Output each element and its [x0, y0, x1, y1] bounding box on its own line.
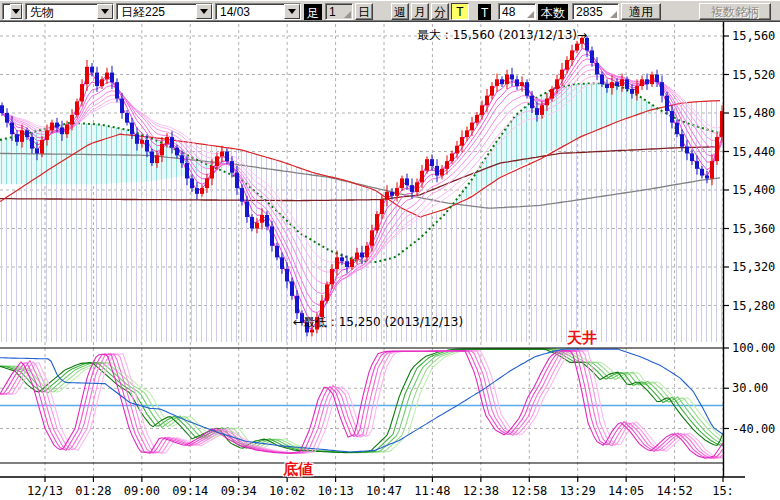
spinner-handle-icon[interactable]	[527, 11, 534, 18]
price-axis-label: 15,560	[732, 29, 775, 43]
time-axis-label: 12/13	[27, 484, 63, 498]
period-tick-button[interactable]: T	[451, 3, 469, 20]
oscillator-axis-label: 30.00	[732, 381, 768, 395]
price-axis-label: 15,520	[732, 68, 775, 82]
max-price-annotation: 最大 : 15,560 (2013/12/13)→	[417, 27, 587, 44]
time-axis-label: 14:05	[608, 484, 644, 498]
time-axis-label: 01:28	[75, 484, 111, 498]
time-axis-label: 09:00	[124, 484, 160, 498]
apply-button[interactable]: 適用	[621, 3, 661, 20]
period-month-button[interactable]: 月	[411, 3, 429, 20]
period-minute-button[interactable]: 分	[431, 3, 449, 20]
symbol-combobox[interactable]: 日経225	[116, 3, 213, 20]
bars-count-value: 2835	[576, 5, 603, 19]
bar-interval-value: 1	[329, 5, 336, 19]
time-axis-label: 11:48	[414, 484, 450, 498]
bar-label: 足	[304, 4, 322, 20]
price-axis-label: 15,360	[732, 222, 775, 236]
spinner-handle-icon[interactable]	[610, 11, 617, 18]
bar-interval-spinner[interactable]: 1	[325, 3, 353, 20]
price-axis-label: 15,480	[732, 106, 775, 120]
time-axis-label: 09:34	[221, 484, 257, 498]
ceiling-label: 天井	[567, 329, 597, 348]
min-price-annotation: ←最低 : 15,250 (2013/12/13)	[293, 314, 463, 331]
tick-count-value: 48	[502, 5, 515, 19]
spinner-handle-icon[interactable]	[344, 11, 351, 18]
tick-count-spinner[interactable]: 48	[498, 3, 536, 20]
time-axis-label: 10:02	[269, 484, 305, 498]
bottom-label: 底値	[283, 460, 313, 479]
instrument-type-combobox[interactable]: 先物	[25, 3, 114, 20]
nav-combo-value	[3, 4, 10, 19]
nav-combobox[interactable]	[2, 3, 23, 20]
time-axis-label: 12:38	[463, 484, 499, 498]
multi-symbol-button[interactable]: 複数銘柄	[699, 3, 771, 20]
price-axis-label: 15,280	[732, 299, 775, 313]
chevron-down-icon[interactable]	[196, 4, 212, 19]
time-axis-label: 09:14	[172, 484, 208, 498]
instrument-type-value: 先物	[26, 4, 97, 19]
chart-canvas: 15,56015,52015,48015,44015,40015,36015,3…	[0, 0, 780, 500]
bars-count-label: 本数	[538, 4, 568, 20]
chevron-down-icon[interactable]	[97, 4, 113, 19]
time-axis-label: 10:47	[366, 484, 402, 498]
time-axis-label: 12:58	[511, 484, 547, 498]
symbol-value: 日経225	[117, 4, 196, 19]
time-axis-label: 10:13	[318, 484, 354, 498]
fill-layer	[0, 83, 723, 342]
tick-label: T	[478, 4, 491, 20]
time-axis-label: 15:	[712, 484, 734, 498]
chevron-down-icon[interactable]	[10, 4, 22, 19]
oscillator-axis-label: -40.00	[732, 422, 775, 436]
contract-month-value: 14/03	[216, 4, 284, 19]
oscillator-axis-label: 100.00	[732, 341, 775, 355]
chevron-down-icon[interactable]	[284, 4, 300, 19]
price-axis-label: 15,400	[732, 183, 775, 197]
period-day-button[interactable]: 日	[355, 3, 373, 20]
oscillator-layer	[0, 349, 723, 458]
time-axis-label: 13:29	[560, 484, 596, 498]
price-axis-label: 15,440	[732, 145, 775, 159]
bars-count-spinner[interactable]: 2835	[572, 3, 619, 20]
toolbar: 先物 日経225 14/03 足 1 日 週 月 分 T T 48 本数 283…	[0, 0, 780, 22]
trading-chart-window: 先物 日経225 14/03 足 1 日 週 月 分 T T 48 本数 283…	[0, 0, 780, 500]
period-week-button[interactable]: 週	[391, 3, 409, 20]
contract-month-combobox[interactable]: 14/03	[215, 3, 301, 20]
price-axis-label: 15,320	[732, 260, 775, 274]
time-axis-label: 14:52	[657, 484, 693, 498]
